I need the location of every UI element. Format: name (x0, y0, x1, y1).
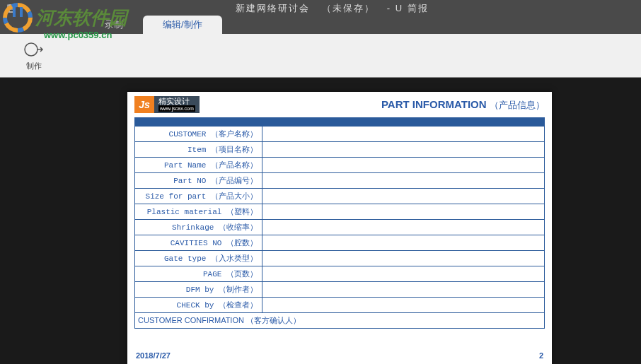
field-value (262, 204, 545, 220)
doc-footer: 2018/7/27 2 (136, 351, 543, 360)
document-page: Js 精实设计 www.jscax.com PART INFORMATION （… (127, 92, 552, 364)
field-value (262, 235, 545, 251)
doc-header: Js 精实设计 www.jscax.com PART INFORMATION （… (127, 92, 552, 117)
field-label: Part Name （产品名称） (135, 158, 262, 173)
field-label: Plastic material （塑料） (135, 204, 262, 220)
produce-icon (23, 40, 45, 59)
field-value (262, 142, 545, 158)
table-row: CHECK by （检查者） (135, 298, 545, 313)
tab-record[interactable]: 录制 (85, 16, 143, 34)
ribbon-tabs: 录制 编辑/制作 (0, 17, 641, 34)
tab-edit[interactable]: 编辑/制作 (143, 16, 222, 34)
table-row: DFM by （制作者） (135, 282, 545, 298)
field-label: DFM by （制作者） (135, 282, 262, 298)
confirmation-label: CUSTOMER CONFIRMATION （客方确认人） (135, 313, 545, 329)
field-label: Size for part （产品大小） (135, 189, 262, 204)
table-row: CAVITIES NO （腔数） (135, 235, 545, 251)
table-row: PAGE （页数） (135, 266, 545, 282)
logo-company-name: 精实设计 (158, 98, 195, 105)
content-area: Js 精实设计 www.jscax.com PART INFORMATION （… (0, 78, 641, 364)
field-label: CUSTOMER （客户名称） (135, 127, 262, 142)
ribbon-group-produce[interactable]: 制作 (14, 40, 54, 71)
field-label: Gate type （入水类型） (135, 251, 262, 266)
window-title: 新建网络研讨会 （未保存） - U 简报 (29, 2, 635, 15)
field-value (262, 127, 545, 142)
header-separator-bar (134, 117, 545, 126)
doc-title: PART INFORMATION （产品信息） (381, 98, 545, 112)
table-row: Plastic material （塑料） (135, 204, 545, 220)
table-row: CUSTOMER （客户名称） (135, 127, 545, 142)
table-row: Gate type （入水类型） (135, 251, 545, 266)
field-value (262, 298, 545, 313)
footer-page: 2 (539, 351, 543, 360)
table-row: Item （项目名称） (135, 142, 545, 158)
company-logo: Js 精实设计 www.jscax.com (134, 96, 200, 113)
footer-date: 2018/7/27 (136, 351, 171, 360)
field-label: Part NO （产品编号） (135, 173, 262, 189)
save-icon[interactable] (6, 3, 17, 14)
produce-label: 制作 (26, 61, 42, 71)
field-label: PAGE （页数） (135, 266, 262, 282)
field-value (262, 251, 545, 266)
field-label: CAVITIES NO （腔数） (135, 235, 262, 251)
title-bar: ▼ 新建网络研讨会 （未保存） - U 简报 (0, 0, 641, 17)
field-value (262, 220, 545, 235)
svg-point-6 (25, 43, 37, 56)
ribbon-content: 制作 (0, 34, 641, 78)
logo-company-url: www.jscax.com (158, 105, 195, 112)
table-row: Shrinkage （收缩率） (135, 220, 545, 235)
field-value (262, 189, 545, 204)
dropdown-arrow-icon[interactable]: ▼ (23, 5, 29, 12)
table-row: Part NO （产品编号） (135, 173, 545, 189)
svg-rect-4 (9, 5, 13, 7)
table-row-confirmation: CUSTOMER CONFIRMATION （客方确认人） (135, 313, 545, 329)
field-value (262, 282, 545, 298)
part-info-table: CUSTOMER （客户名称）Item （项目名称）Part Name （产品名… (134, 126, 545, 329)
table-row: Part Name （产品名称） (135, 158, 545, 173)
field-label: Shrinkage （收缩率） (135, 220, 262, 235)
field-value (262, 173, 545, 189)
field-label: Item （项目名称） (135, 142, 262, 158)
field-label: CHECK by （检查者） (135, 298, 262, 313)
field-value (262, 158, 545, 173)
table-row: Size for part （产品大小） (135, 189, 545, 204)
field-value (262, 266, 545, 282)
logo-mark-icon: Js (134, 96, 154, 113)
